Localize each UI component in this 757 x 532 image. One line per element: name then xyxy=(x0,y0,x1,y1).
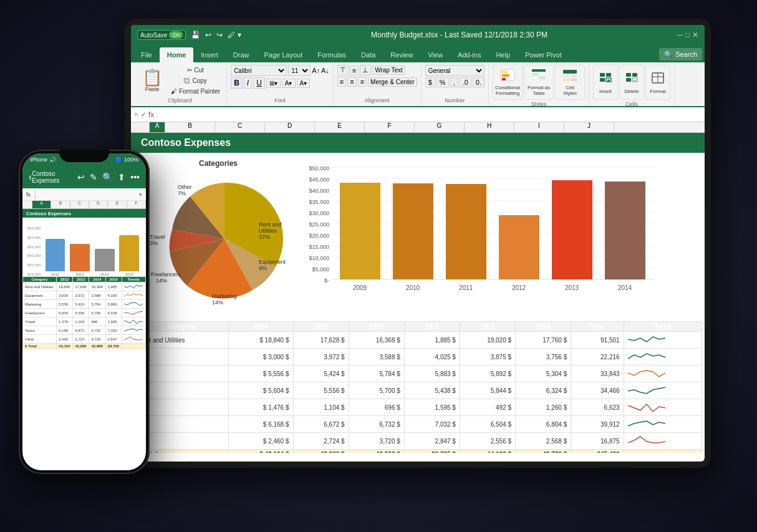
align-right-button[interactable]: ≡ xyxy=(358,77,367,87)
tab-insert[interactable]: Insert xyxy=(193,47,226,62)
tab-help[interactable]: Help xyxy=(488,47,518,62)
percent-button[interactable]: % xyxy=(436,77,449,87)
redo-icon[interactable]: ↪ xyxy=(216,31,223,39)
phone-table-row[interactable]: Travel1,4761,1046961,595 xyxy=(23,317,146,326)
minimize-icon[interactable]: ─ xyxy=(677,31,683,39)
col-header-e[interactable]: E xyxy=(315,122,365,132)
decrease-decimal-button[interactable]: 0. xyxy=(473,77,485,87)
table-row[interactable]: $ 2,460 $ 2,724 $ 3,720 $ 2,847 $ 2,556 … xyxy=(134,433,702,450)
styles-label: Styles xyxy=(531,100,547,107)
col-header-j[interactable]: J xyxy=(564,122,614,132)
maximize-icon[interactable]: □ xyxy=(685,31,690,39)
table-row[interactable]: $ 1,476 $ 1,104 $ 696 $ 1,595 $ 492 $ 1,… xyxy=(134,399,702,416)
col-header-a[interactable]: A xyxy=(150,122,165,132)
phone-cell-3-trend xyxy=(122,300,145,309)
phone-table-row[interactable]: Marketing5,5565,4245,7845,883 xyxy=(23,300,146,309)
undo-icon[interactable]: ↩ xyxy=(205,31,211,39)
tab-home[interactable]: Home xyxy=(160,47,194,62)
phone-undo-icon[interactable]: ↩ xyxy=(77,172,85,182)
save-icon[interactable]: 💾 xyxy=(191,31,200,39)
phone-table-row[interactable]: Taxes6,1686,6726,7327,032 xyxy=(23,326,146,335)
table-row[interactable]: Rent and Utilities $ 18,840 $ 17,628 $ 1… xyxy=(134,332,702,349)
table-total-row[interactable]: $ Total $ 43,104 $ 43,080 $ 42,588 $ 28,… xyxy=(134,450,702,453)
phone-share-icon[interactable]: ⬆ xyxy=(118,172,125,182)
phone-col-e[interactable]: E xyxy=(108,201,127,208)
svg-rect-22 xyxy=(626,78,631,82)
borders-button[interactable]: ⊞▾ xyxy=(266,79,281,88)
delete-button[interactable]: Delete xyxy=(619,65,644,100)
insert-function-icon[interactable]: fx xyxy=(148,110,154,119)
table-row[interactable]: $ 5,556 $ 5,424 $ 5,784 $ 5,883 $ 5,892 … xyxy=(134,365,702,382)
font-increase-icon[interactable]: A↑ xyxy=(312,67,320,74)
phone-search-icon[interactable]: 🔍 xyxy=(102,172,113,182)
align-center-button[interactable]: ≡ xyxy=(347,77,356,87)
cell-styles-button[interactable]: Cell Styles xyxy=(555,65,585,100)
font-size-select[interactable]: 11 xyxy=(288,65,311,76)
close-icon[interactable]: ✕ xyxy=(692,31,698,39)
table-row[interactable]: $ 6,168 $ 6,672 $ 6,732 $ 7,032 $ 6,504 … xyxy=(134,416,702,433)
col-header-b[interactable]: B xyxy=(165,122,215,132)
cancel-formula-icon[interactable]: ✕ xyxy=(133,111,138,118)
phone-table-row[interactable]: Equipment3,0003,9723,5884,025 xyxy=(23,291,146,300)
align-left-button[interactable]: ≡ xyxy=(337,77,346,87)
copy-button[interactable]: ⿻ Copy xyxy=(168,76,223,85)
phone-edit-icon[interactable]: ✎ xyxy=(90,172,97,182)
format-painter-button[interactable]: 🖌 Format Painter xyxy=(168,87,223,96)
col-header-h[interactable]: H xyxy=(465,122,514,132)
phone-formula-input[interactable] xyxy=(40,191,137,198)
phone-table-row[interactable]: Freelancers5,6045,5565,7005,438 xyxy=(23,309,146,317)
underline-button[interactable]: U xyxy=(253,77,265,89)
phone-table-total-row[interactable]: $ Total 43,104 43,080 42,988 28,705 xyxy=(23,344,146,349)
fill-color-button[interactable]: A▾ xyxy=(282,79,296,88)
align-middle-button[interactable]: ≡ xyxy=(350,65,359,75)
font-color-button[interactable]: A▾ xyxy=(297,79,311,88)
col-header-c[interactable]: C xyxy=(215,122,265,132)
phone-more-icon[interactable]: ••• xyxy=(130,172,140,182)
font-decrease-icon[interactable]: A↓ xyxy=(321,67,329,74)
bold-button[interactable]: B xyxy=(231,77,243,89)
cell-v3-2011: 5,784 $ xyxy=(349,365,404,382)
phone-col-a[interactable]: A xyxy=(32,201,51,208)
tab-formulas[interactable]: Formulas xyxy=(310,47,354,62)
phone-table-row[interactable]: Other2,4602,7243,7202,847 xyxy=(23,335,146,344)
format-as-table-button[interactable]: Format as Table xyxy=(524,65,554,100)
align-top-button[interactable]: ⊤ xyxy=(337,65,349,75)
tab-page-layout[interactable]: Page Layout xyxy=(256,47,310,62)
table-row[interactable]: $ 5,604 $ 5,556 $ 5,700 $ 5,438 $ 5,844 … xyxy=(134,382,702,399)
confirm-formula-icon[interactable]: ✓ xyxy=(141,111,146,118)
phone-table-row[interactable]: Rent and Utilities18,84017,62816,3681,88… xyxy=(23,283,146,291)
format-button[interactable]: Format xyxy=(645,65,670,100)
col-header-f[interactable]: F xyxy=(365,122,415,132)
tab-draw[interactable]: Draw xyxy=(226,47,257,62)
phone-col-b[interactable]: B xyxy=(51,201,70,208)
italic-button[interactable]: I xyxy=(244,77,252,89)
increase-decimal-button[interactable]: .0 xyxy=(460,77,471,87)
insert-button[interactable]: Insert xyxy=(593,65,618,100)
font-face-select[interactable]: Calibri xyxy=(231,65,287,76)
conditional-formatting-button[interactable]: Conditional Formatting xyxy=(493,65,523,100)
phone-col-d[interactable]: D xyxy=(89,201,108,208)
tab-file[interactable]: File xyxy=(133,47,160,62)
phone-col-c[interactable]: C xyxy=(70,201,89,208)
tab-powerpivot[interactable]: Power Pivot xyxy=(518,47,569,62)
currency-button[interactable]: $ xyxy=(425,77,435,87)
wrap-text-button[interactable]: Wrap Text xyxy=(372,65,405,75)
phone-formula-expand-icon[interactable]: ▾ xyxy=(139,191,142,198)
phone-col-f[interactable]: F xyxy=(127,201,146,208)
col-header-g[interactable]: G xyxy=(415,122,465,132)
tab-addins[interactable]: Add-ins xyxy=(450,47,488,62)
search-box[interactable]: 🔍 Search xyxy=(659,48,702,60)
customize-icon[interactable]: 🖊 ▾ xyxy=(228,31,241,39)
align-bottom-button[interactable]: ⊥ xyxy=(360,65,371,75)
table-row[interactable]: $ 3,000 $ 3,972 $ 3,588 $ 4,025 $ 3,875 … xyxy=(134,349,702,365)
tab-review[interactable]: Review xyxy=(383,47,420,62)
number-format-select[interactable]: General xyxy=(425,65,485,76)
col-header-i[interactable]: I xyxy=(514,122,564,132)
col-header-d[interactable]: D xyxy=(265,122,315,132)
cut-button[interactable]: ✂ Cut xyxy=(168,65,223,75)
tab-view[interactable]: View xyxy=(420,47,450,62)
paste-button[interactable]: 📋 Paste xyxy=(137,67,167,95)
tab-data[interactable]: Data xyxy=(354,47,383,62)
comma-button[interactable]: , xyxy=(450,77,458,87)
merge-center-button[interactable]: Merge & Center xyxy=(368,77,417,87)
